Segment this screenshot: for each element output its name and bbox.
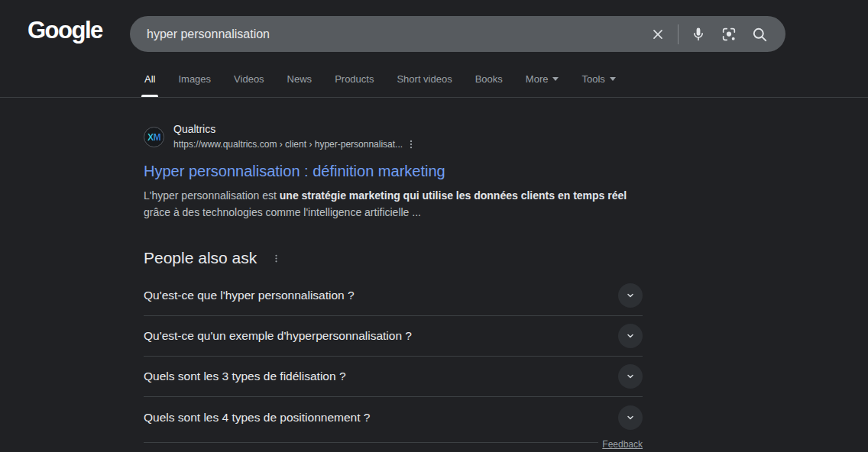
snippet-text: L'hyper personnalisation est: [144, 189, 280, 202]
site-name[interactable]: Qualtrics: [173, 123, 419, 136]
paa-question-text: Quels sont les 4 types de positionnement…: [144, 411, 370, 425]
voice-search-button[interactable]: [683, 19, 714, 50]
tab-news[interactable]: News: [286, 66, 314, 97]
tab-label: More: [526, 73, 549, 85]
result-title-link[interactable]: Hyper personnalisation : définition mark…: [144, 161, 445, 181]
snippet-text: grâce à des technologies comme l'intelli…: [144, 206, 421, 218]
tab-label: All: [144, 73, 155, 85]
result-url[interactable]: https://www.qualtrics.com › client › hyp…: [173, 138, 403, 150]
paa-footer: Feedback: [144, 439, 643, 452]
clear-x-icon: [649, 26, 666, 43]
people-also-ask-title: People also ask: [144, 249, 257, 267]
chevron-down-icon: [623, 411, 637, 425]
paa-question-list: Qu'est-ce que l'hyper personnalisation ?…: [144, 276, 643, 437]
paa-question-row[interactable]: Qu'est-ce que l'hyper personnalisation ?: [144, 276, 643, 316]
paa-question-row[interactable]: Quels sont les 3 types de fidélisation ?: [144, 357, 643, 397]
tab-label: Videos: [234, 73, 264, 85]
paa-footer-divider: [144, 442, 598, 443]
search-input[interactable]: hyper personnalisation: [147, 27, 643, 41]
chevron-down-icon: [610, 77, 616, 81]
paa-question-row[interactable]: Quels sont les 4 types de positionnement…: [144, 397, 643, 437]
result-source-row: XM Qualtrics https://www.qualtrics.com ›…: [144, 123, 724, 151]
result-options-button[interactable]: [403, 137, 419, 151]
tab-all[interactable]: All: [143, 66, 157, 97]
expand-question-button[interactable]: [618, 324, 643, 348]
google-lens-icon: [721, 26, 737, 43]
magnifier-icon: [750, 25, 769, 44]
kebab-menu-icon: [271, 253, 281, 263]
tab-images[interactable]: Images: [177, 66, 212, 97]
tab-videos[interactable]: Videos: [232, 66, 266, 97]
tab-books[interactable]: Books: [474, 66, 504, 97]
search-header: Google hyper personnalisation: [0, 0, 868, 98]
search-bar-divider: [678, 24, 679, 44]
paa-options-button[interactable]: [267, 251, 284, 265]
qualtrics-favicon[interactable]: XM: [144, 127, 164, 147]
microphone-icon: [690, 26, 707, 43]
paa-question-text: Quels sont les 3 types de fidélisation ?: [144, 370, 346, 383]
paa-question-row[interactable]: Qu'est-ce qu'un exemple d'hyperpersonnal…: [144, 316, 643, 357]
clear-search-button[interactable]: [643, 19, 673, 50]
feedback-link[interactable]: Feedback: [602, 439, 643, 450]
tab-label: Books: [475, 73, 503, 85]
chevron-down-icon: [552, 77, 559, 81]
snippet-bold-text: une stratégie marketing qui utilise les …: [280, 189, 627, 202]
tab-label: Short videos: [397, 73, 452, 85]
tab-products[interactable]: Products: [333, 66, 375, 97]
search-submit-button[interactable]: [744, 19, 775, 50]
tab-short-videos[interactable]: Short videos: [395, 66, 453, 97]
result-type-tabs: All Images Videos News Products Short vi…: [143, 66, 617, 97]
tab-label: News: [287, 73, 313, 85]
expand-question-button[interactable]: [618, 405, 643, 430]
expand-question-button[interactable]: [618, 364, 643, 389]
tab-label: Tools: [581, 73, 604, 85]
search-bar-controls: [643, 19, 785, 50]
tab-more[interactable]: More: [524, 66, 561, 97]
tab-tools[interactable]: Tools: [580, 66, 617, 97]
search-result: XM Qualtrics https://www.qualtrics.com ›…: [144, 123, 724, 221]
chevron-down-icon: [623, 370, 637, 383]
tab-label: Products: [335, 73, 374, 85]
kebab-menu-icon: [406, 139, 416, 150]
tab-label: Images: [178, 73, 211, 85]
search-bar[interactable]: hyper personnalisation: [130, 16, 785, 52]
favicon-text: XM: [147, 132, 160, 143]
chevron-down-icon: [623, 289, 637, 302]
search-by-image-button[interactable]: [714, 19, 744, 50]
expand-question-button[interactable]: [618, 283, 643, 308]
paa-question-text: Qu'est-ce qu'un exemple d'hyperpersonnal…: [144, 329, 412, 343]
paa-question-text: Qu'est-ce que l'hyper personnalisation ?: [144, 289, 355, 302]
search-results: XM Qualtrics https://www.qualtrics.com ›…: [144, 98, 724, 452]
chevron-down-icon: [623, 329, 637, 343]
result-snippet: L'hyper personnalisation est une stratég…: [144, 187, 642, 221]
source-text: Qualtrics https://www.qualtrics.com › cl…: [173, 123, 419, 151]
people-also-ask-section: People also ask Qu'est-ce que l'hyper pe…: [144, 249, 643, 452]
google-logo[interactable]: Google: [28, 17, 102, 44]
